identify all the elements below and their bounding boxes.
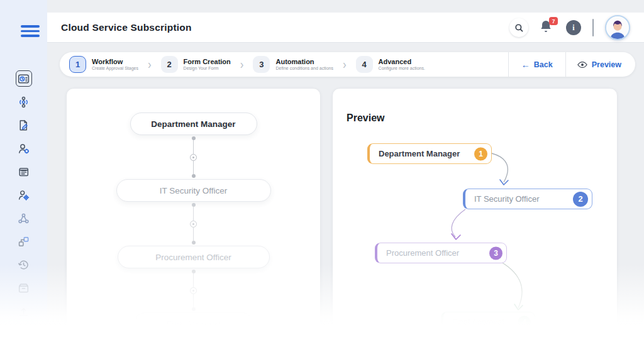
- connector-line: [193, 207, 194, 221]
- connector-dot: [192, 241, 196, 244]
- archive-icon[interactable]: [16, 280, 32, 296]
- approval-stages-icon[interactable]: [16, 94, 32, 110]
- notifications-button[interactable]: 7: [540, 19, 555, 36]
- add-stage-node[interactable]: [190, 154, 197, 161]
- stage-procurement-officer[interactable]: Procurement Officer: [118, 246, 270, 268]
- back-arrow-icon: ←: [521, 60, 530, 70]
- connector-line: [193, 161, 194, 175]
- user-settings-icon[interactable]: [16, 187, 32, 203]
- stage-connector: [190, 270, 197, 311]
- records-icon[interactable]: [16, 163, 32, 180]
- footer-whitespace: [0, 325, 644, 362]
- preview-card-label: IT Security Officer: [474, 194, 540, 204]
- step-advanced[interactable]: 4 Advanced Configure more actions.: [356, 56, 425, 73]
- connector-line: [193, 140, 194, 154]
- preview-card-label: Department Manager: [379, 149, 460, 158]
- add-stage-node[interactable]: [190, 287, 197, 294]
- user-approval-icon[interactable]: [16, 140, 32, 156]
- preview-card-department-manager: Department Manager 1: [367, 143, 492, 164]
- info-button[interactable]: i: [566, 20, 581, 35]
- chevron-right-icon: ›: [148, 57, 152, 72]
- step-label: Workflow: [92, 58, 138, 66]
- step-number: 1: [69, 56, 86, 73]
- stepper: 1 Workflow Create Approval Stages › 2 Fo…: [60, 52, 635, 77]
- step-subtitle: Configure more actions.: [379, 66, 425, 71]
- connector-line: [193, 294, 194, 308]
- header-actions: 7 i: [509, 13, 630, 43]
- history-icon[interactable]: [16, 256, 32, 273]
- page-title: Cloud Service Subscription: [61, 22, 192, 33]
- eye-icon: [577, 61, 587, 69]
- chevron-right-icon: ›: [343, 57, 347, 72]
- stage-it-security-officer[interactable]: IT Security Officer: [116, 179, 271, 202]
- avatar[interactable]: [605, 15, 630, 40]
- preview-card-label: Procurement Officer: [386, 248, 459, 258]
- sidebar: [0, 0, 47, 325]
- back-button[interactable]: ← Back: [509, 52, 565, 77]
- notification-badge: 7: [549, 17, 558, 25]
- stage-order-badge: 3: [489, 246, 502, 260]
- stage-connector: [190, 203, 197, 244]
- form-edit-icon[interactable]: [16, 117, 32, 133]
- stage-order-badge: 1: [474, 147, 487, 160]
- preview-card-final-approval: Final Approval 4: [441, 312, 535, 325]
- network-icon[interactable]: [16, 210, 32, 226]
- step-subtitle: Create Approval Stages: [92, 66, 138, 71]
- connector-dot: [192, 174, 196, 178]
- step-subtitle: Define conditions and actions: [275, 66, 333, 71]
- step-number: 2: [161, 56, 178, 73]
- approvals-clock-icon[interactable]: [16, 70, 32, 87]
- step-subtitle: Design Your Form: [184, 66, 231, 71]
- add-stage-node[interactable]: [190, 221, 197, 228]
- preview-card-label: Final Approval: [452, 317, 504, 325]
- menu-icon[interactable]: [21, 25, 40, 37]
- upload-icon[interactable]: [16, 303, 32, 319]
- connector-dot: [192, 307, 196, 311]
- preview-button[interactable]: Preview: [566, 52, 635, 77]
- header-divider: [592, 19, 594, 36]
- step-form-creation[interactable]: 2 Form Creation Design Your Form: [161, 56, 231, 73]
- step-automation[interactable]: 3 Automation Define conditions and actio…: [253, 56, 333, 73]
- stage-department-manager[interactable]: Department Manager: [130, 112, 257, 135]
- workflow-stages-panel: Department Manager IT Security Officer P…: [66, 88, 321, 325]
- chevron-right-icon: ›: [240, 57, 244, 72]
- preview-card-it-security-officer: IT Security Officer 2: [463, 189, 592, 209]
- screen: Cloud Service Subscription 7 i: [0, 0, 644, 362]
- search-icon: [514, 23, 524, 33]
- step-label: Advanced: [379, 58, 425, 66]
- connector-line: [193, 228, 194, 241]
- step-label: Form Creation: [184, 58, 231, 66]
- stage-final-approval[interactable]: Final Approval: [134, 312, 253, 325]
- back-label: Back: [534, 60, 553, 69]
- preview-panel: Preview Department Manager 1 IT Security…: [332, 88, 618, 325]
- sidebar-nav: [0, 70, 47, 325]
- step-number: 4: [356, 56, 373, 73]
- step-label: Automation: [275, 58, 333, 66]
- preview-card-procurement-officer: Procurement Officer 3: [375, 243, 507, 263]
- stage-order-badge: 4: [518, 315, 531, 325]
- app-frame: Cloud Service Subscription 7 i: [0, 0, 644, 325]
- preview-panel-title: Preview: [347, 112, 384, 124]
- header: Cloud Service Subscription 7 i: [47, 13, 644, 43]
- stage-order-badge: 2: [573, 192, 588, 207]
- preview-label: Preview: [592, 60, 621, 69]
- step-workflow[interactable]: 1 Workflow Create Approval Stages: [69, 56, 138, 73]
- integrations-icon[interactable]: [16, 233, 32, 250]
- step-number: 3: [253, 56, 270, 73]
- stage-connector: [190, 136, 197, 178]
- search-button[interactable]: [509, 18, 528, 37]
- connector-line: [193, 273, 194, 287]
